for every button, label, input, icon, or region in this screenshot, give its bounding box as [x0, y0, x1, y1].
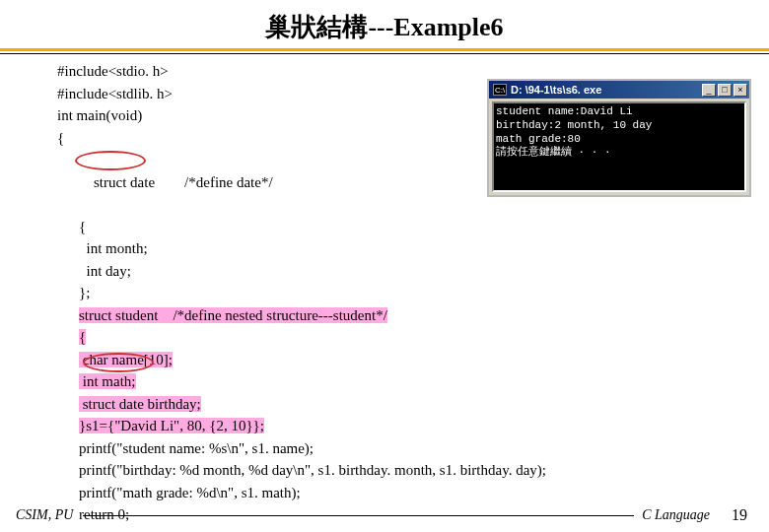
close-button[interactable]: × [734, 84, 747, 97]
highlight: }s1={"David Li", 80, {2, 10}}; [79, 418, 264, 433]
code-line: int math; [57, 370, 769, 393]
highlight: { [79, 329, 86, 345]
code-line: printf("student name: %s\n", s1. name); [57, 437, 769, 460]
highlight: struct date birthday; [79, 396, 201, 412]
maximize-button[interactable]: □ [718, 84, 732, 97]
page-number: 19 [732, 506, 747, 524]
code-line: }s1={"David Li", 80, {2, 10}}; [57, 415, 769, 437]
accent-bar [0, 48, 769, 51]
code-line: printf("birthday: %d month, %d day\n", s… [57, 459, 769, 482]
code-line: } [57, 526, 769, 533]
highlight: int math; [79, 373, 136, 389]
code-line: struct student /*define nested structure… [57, 304, 769, 327]
code-line: struct date birthday; [57, 393, 769, 416]
code-line: { [57, 216, 769, 238]
console-output: student name:David Li birthday:2 month, … [492, 101, 746, 192]
code-line: char name[10]; [57, 349, 769, 371]
code-line: }; [57, 282, 769, 304]
highlight: char name[10]; [79, 352, 173, 367]
code-line: int day; [57, 260, 769, 283]
footer-author: CSIM, PU [16, 507, 73, 523]
code-line: int month; [57, 237, 769, 260]
struct-date-decl: struct date [94, 174, 155, 190]
minimize-button[interactable]: _ [702, 84, 716, 97]
comment: /*define date*/ [155, 174, 273, 190]
console-titlebar: C:\ D: \94-1\ts\s6. exe _ □ × [489, 81, 749, 99]
struct-date-ref: struct date [83, 396, 144, 412]
cmd-icon: C:\ [493, 84, 507, 96]
console-window: C:\ D: \94-1\ts\s6. exe _ □ × student na… [487, 79, 751, 197]
footer-divider [83, 515, 634, 516]
console-title: D: \94-1\ts\s6. exe [511, 84, 700, 96]
slide-title: 巢狀結構---Example6 [0, 0, 769, 48]
footer-language: C Language [642, 507, 710, 523]
code-line: printf("math grade: %d\n", s1. math); [57, 482, 769, 504]
footer: CSIM, PU C Language 19 [0, 506, 769, 524]
code-line: { [57, 326, 769, 349]
highlight: struct student /*define nested structure… [79, 307, 387, 323]
